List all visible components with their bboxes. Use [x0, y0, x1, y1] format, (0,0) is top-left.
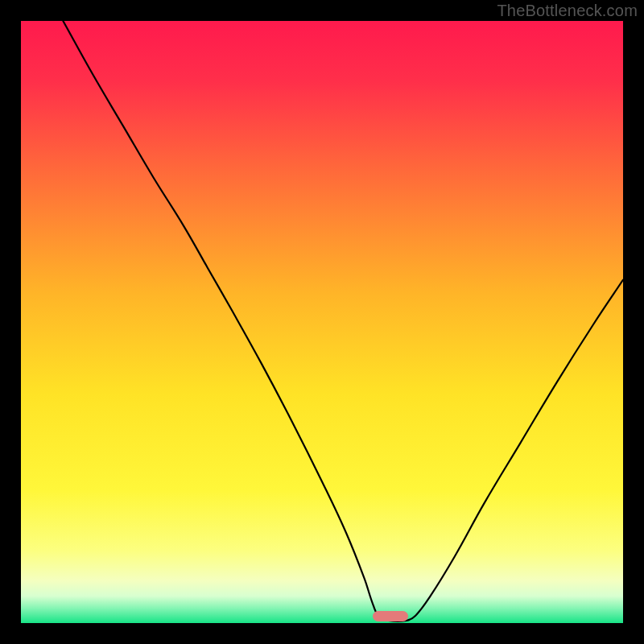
curve-line: [21, 21, 623, 623]
watermark-text: TheBottleneck.com: [497, 2, 638, 20]
plot-area: [21, 21, 623, 623]
chart-frame: TheBottleneck.com: [0, 0, 644, 644]
bottleneck-marker: [373, 611, 408, 621]
